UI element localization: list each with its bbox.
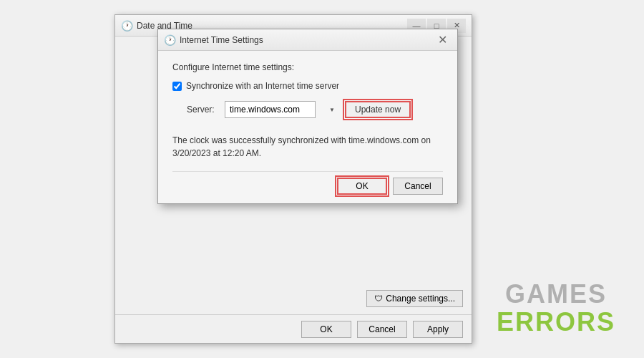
bg-cancel-button[interactable]: Cancel (357, 321, 407, 338)
watermark-games: GAMES (497, 280, 615, 309)
internet-time-dialog: 🕐 Internet Time Settings ✕ Configure Int… (157, 29, 458, 204)
shield-icon: 🛡 (374, 294, 383, 304)
synchronize-checkbox[interactable] (172, 82, 182, 91)
change-settings-area: 🛡 Change settings... (366, 290, 463, 307)
server-label: Server: (187, 105, 219, 115)
watermark: GAMES ERRORS (497, 280, 615, 337)
server-select[interactable]: time.windows.com (225, 101, 316, 118)
dialog-titlebar-left: 🕐 Internet Time Settings (164, 34, 263, 46)
dialog-cancel-button[interactable]: Cancel (393, 178, 443, 195)
dialog-close-button[interactable]: ✕ (433, 33, 452, 47)
calendar-icon: 🕐 (121, 20, 132, 32)
synchronize-label: Synchronize with an Internet time server (186, 81, 339, 91)
watermark-errors: ERRORS (497, 308, 615, 337)
change-settings-label: Change settings... (386, 294, 455, 304)
dialog-ok-button[interactable]: OK (337, 178, 387, 195)
server-row: Server: time.windows.com Update now (172, 101, 443, 118)
dialog-heading: Configure Internet time settings: (172, 62, 443, 72)
dialog-title: Internet Time Settings (180, 35, 263, 45)
bg-apply-button[interactable]: Apply (413, 321, 463, 338)
bg-window-bottom: OK Cancel Apply (115, 314, 472, 343)
dialog-buttons: OK Cancel (172, 171, 443, 195)
bg-ok-button[interactable]: OK (301, 321, 351, 338)
dialog-content: Configure Internet time settings: Synchr… (158, 51, 457, 203)
update-now-button[interactable]: Update now (345, 101, 411, 118)
synchronize-row: Synchronize with an Internet time server (172, 81, 443, 91)
change-settings-button[interactable]: 🛡 Change settings... (366, 290, 463, 307)
sync-message: The clock was successfully synchronized … (172, 128, 443, 171)
dialog-icon: 🕐 (164, 34, 175, 46)
dialog-titlebar: 🕐 Internet Time Settings ✕ (158, 29, 457, 51)
server-select-wrapper: time.windows.com (225, 101, 339, 118)
